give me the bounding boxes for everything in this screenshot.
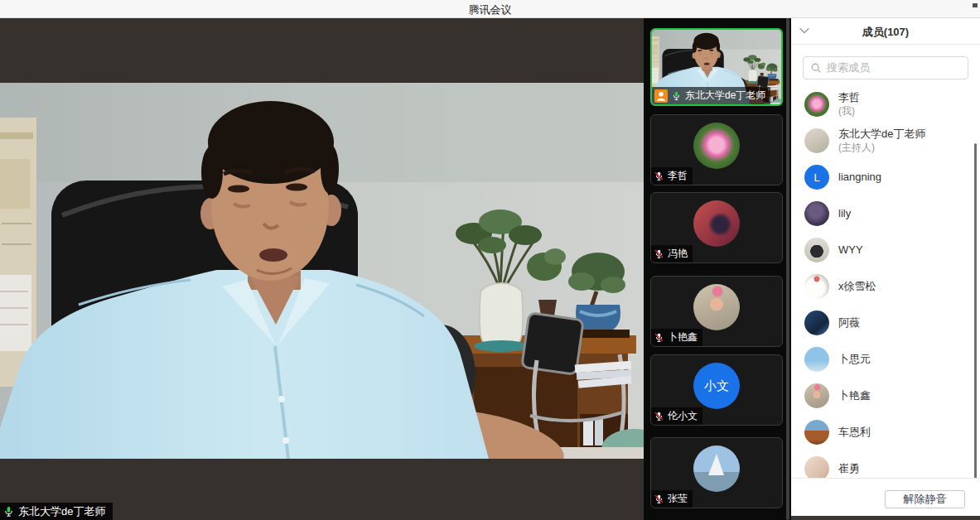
member-name: 车恩利 bbox=[838, 426, 871, 439]
thumbnail-name: 伦小文 bbox=[668, 409, 698, 423]
member-row[interactable]: 卜艳鑫 bbox=[791, 378, 975, 414]
member-name: x徐雪松 bbox=[838, 280, 876, 293]
avatar bbox=[804, 383, 829, 408]
main-video-feed bbox=[0, 83, 644, 459]
thumbnail-participant[interactable]: 小文 伦小文 bbox=[650, 354, 783, 426]
host-badge-icon bbox=[654, 89, 668, 103]
member-name: lily bbox=[838, 207, 851, 220]
member-name: 卜思元 bbox=[838, 353, 871, 366]
avatar bbox=[804, 311, 829, 335]
unmute-button[interactable]: 解除静音 bbox=[885, 490, 965, 508]
member-row[interactable]: WYY bbox=[791, 232, 975, 268]
member-name: WYY bbox=[838, 243, 863, 257]
avatar bbox=[804, 347, 829, 372]
members-panel-footer: 解除静音 bbox=[791, 478, 980, 516]
search-icon bbox=[810, 62, 822, 74]
participant-thumbnail-strip: 东北大学de丁老师 李哲 bbox=[644, 18, 791, 520]
member-row[interactable]: L liangning bbox=[791, 159, 975, 195]
avatar bbox=[804, 238, 829, 262]
main-video-stage[interactable]: 东北大学de丁老师 bbox=[0, 18, 644, 520]
thumbnail-name: 李哲 bbox=[668, 169, 688, 183]
thumbnail-participant[interactable]: 冯艳 bbox=[650, 192, 783, 263]
speaker-name: 东北大学de丁老师 bbox=[18, 504, 105, 519]
thumbnail-label: 李哲 bbox=[651, 167, 693, 185]
mic-muted-icon bbox=[654, 248, 664, 259]
members-panel: 成员(107) 搜索成员 李哲(我) 东北大学de丁老师(主持人) L lian… bbox=[791, 18, 980, 520]
avatar bbox=[804, 420, 829, 445]
member-row[interactable]: x徐雪松 bbox=[791, 268, 975, 305]
member-tag: (我) bbox=[838, 105, 860, 118]
member-name: 崔勇 bbox=[838, 462, 860, 475]
member-row[interactable]: 卜思元 bbox=[791, 341, 975, 378]
thumbnail-active-speaker[interactable]: 东北大学de丁老师 bbox=[650, 28, 783, 106]
member-name: 李哲 bbox=[838, 91, 860, 104]
member-row[interactable]: lily bbox=[791, 195, 975, 232]
thumbnail-participant[interactable]: 卜艳鑫 bbox=[650, 276, 783, 347]
avatar: 小文 bbox=[693, 363, 740, 409]
avatar-initials: 小文 bbox=[704, 378, 729, 394]
mic-muted-icon bbox=[654, 332, 664, 343]
avatar bbox=[804, 128, 829, 153]
member-row[interactable]: 车恩利 bbox=[791, 414, 975, 450]
thumbnail-name: 东北大学de丁老师 bbox=[685, 89, 765, 103]
member-name: 卜艳鑫 bbox=[838, 389, 871, 402]
avatar: L bbox=[804, 165, 829, 190]
avatar bbox=[693, 284, 740, 330]
window-control-fragment bbox=[973, 3, 978, 7]
member-list-scrollbar[interactable] bbox=[974, 143, 977, 520]
members-panel-title: 成员(107) bbox=[791, 25, 980, 40]
member-name: 东北大学de丁老师 bbox=[838, 128, 925, 141]
thumbnail-participant[interactable]: 张莹 bbox=[650, 437, 783, 508]
avatar bbox=[804, 274, 829, 299]
member-row[interactable]: 崔勇 bbox=[791, 450, 975, 478]
mic-muted-icon bbox=[654, 494, 664, 504]
strip-scrollbar[interactable] bbox=[786, 18, 789, 520]
meeting-window: 腾讯会议 bbox=[0, 0, 980, 520]
member-list: 李哲(我) 东北大学de丁老师(主持人) L liangning lily WY… bbox=[791, 86, 975, 478]
active-speaker-label: 东北大学de丁老师 bbox=[0, 503, 113, 520]
title-bar: 腾讯会议 bbox=[0, 0, 980, 18]
thumbnail-name: 冯艳 bbox=[668, 247, 688, 261]
member-row[interactable]: 阿薇 bbox=[791, 305, 975, 341]
avatar bbox=[804, 456, 829, 478]
member-row[interactable]: 东北大学de丁老师(主持人) bbox=[791, 123, 975, 159]
thumbnail-name: 张莹 bbox=[668, 492, 688, 506]
mic-active-icon bbox=[2, 505, 15, 518]
member-tag: (主持人) bbox=[838, 142, 925, 154]
thumbnail-label: 伦小文 bbox=[651, 407, 702, 425]
member-search-box[interactable]: 搜索成员 bbox=[803, 56, 968, 79]
thumbnail-label: 冯艳 bbox=[651, 245, 693, 262]
window-bottom-edge bbox=[791, 516, 980, 520]
thumbnail-label: 卜艳鑫 bbox=[651, 329, 702, 346]
avatar bbox=[693, 200, 740, 247]
member-name: liangning bbox=[838, 171, 881, 184]
members-panel-header: 成员(107) bbox=[791, 18, 980, 45]
avatar bbox=[804, 201, 829, 226]
member-row[interactable]: 李哲(我) bbox=[791, 86, 975, 123]
avatar bbox=[804, 92, 829, 117]
thumbnail-participant[interactable]: 李哲 bbox=[650, 114, 783, 185]
mic-active-icon bbox=[671, 90, 682, 101]
search-placeholder: 搜索成员 bbox=[827, 60, 870, 75]
avatar bbox=[693, 445, 740, 492]
member-name: 阿薇 bbox=[838, 316, 860, 330]
thumbnail-label: 东北大学de丁老师 bbox=[652, 87, 770, 104]
mic-muted-icon bbox=[654, 411, 664, 421]
thumbnail-name: 卜艳鑫 bbox=[668, 330, 698, 344]
thumbnail-label: 张莹 bbox=[651, 490, 693, 508]
window-title: 腾讯会议 bbox=[0, 2, 980, 17]
avatar bbox=[693, 123, 740, 169]
mic-muted-icon bbox=[654, 171, 664, 181]
speaker-video-scene bbox=[0, 83, 644, 459]
avatar-initials: L bbox=[813, 171, 819, 184]
